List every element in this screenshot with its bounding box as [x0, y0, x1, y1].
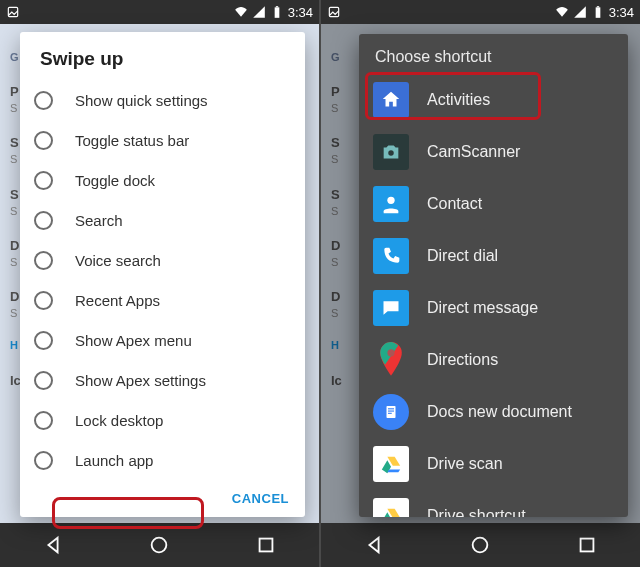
svg-rect-4	[259, 539, 272, 552]
status-bar: 3:34	[321, 0, 640, 24]
battery-icon	[270, 5, 284, 19]
battery-icon	[591, 5, 605, 19]
option-show-apex-menu[interactable]: Show Apex menu	[22, 320, 303, 360]
radio-icon	[34, 251, 53, 270]
phone-right: 3:34 G PS SS SS DS DS H Ic Choose shortc…	[321, 0, 640, 567]
swipe-up-dialog: Swipe up Show quick settings Toggle stat…	[20, 32, 305, 517]
camera-icon	[373, 134, 409, 170]
screenshot-icon	[327, 5, 341, 19]
docs-icon	[373, 394, 409, 430]
shortcut-direct-dial[interactable]: Direct dial	[365, 230, 622, 282]
recents-icon[interactable]	[576, 534, 598, 556]
radio-icon	[34, 371, 53, 390]
dialog-title: Swipe up	[20, 32, 305, 80]
nav-bar	[321, 523, 640, 567]
options-list: Show quick settings Toggle status bar To…	[20, 80, 305, 483]
radio-icon	[34, 131, 53, 150]
shortcut-label: Activities	[427, 91, 490, 109]
svg-rect-12	[388, 408, 394, 409]
wifi-icon	[555, 5, 569, 19]
shortcut-label: Directions	[427, 351, 498, 369]
message-icon	[373, 290, 409, 326]
signal-icon	[573, 5, 587, 19]
shortcut-label: Direct dial	[427, 247, 498, 265]
shortcut-drive-scan[interactable]: Drive scan	[365, 438, 622, 490]
option-label: Voice search	[75, 252, 161, 269]
radio-icon	[34, 91, 53, 110]
shortcut-list: Activities CamScanner Contact Direct dia…	[359, 74, 628, 517]
recents-icon[interactable]	[255, 534, 277, 556]
shortcut-contact[interactable]: Contact	[365, 178, 622, 230]
shortcut-label: Drive shortcut	[427, 507, 526, 517]
svg-point-10	[387, 349, 394, 356]
radio-icon	[34, 451, 53, 470]
back-icon[interactable]	[363, 534, 385, 556]
radio-icon	[34, 211, 53, 230]
option-label: Show quick settings	[75, 92, 208, 109]
shortcut-label: CamScanner	[427, 143, 520, 161]
shortcut-drive-shortcut[interactable]: Drive shortcut	[365, 490, 622, 517]
option-label: Show Apex settings	[75, 372, 206, 389]
svg-point-8	[388, 150, 394, 156]
option-label: Recent Apps	[75, 292, 160, 309]
home-icon[interactable]	[469, 534, 491, 556]
svg-point-9	[387, 197, 394, 204]
choose-shortcut-dialog: Choose shortcut Activities CamScanner Co…	[359, 34, 628, 517]
svg-point-15	[473, 538, 488, 553]
shortcut-direct-message[interactable]: Direct message	[365, 282, 622, 334]
wifi-icon	[234, 5, 248, 19]
radio-icon	[34, 331, 53, 350]
shortcut-label: Contact	[427, 195, 482, 213]
option-recent-apps[interactable]: Recent Apps	[22, 280, 303, 320]
radio-icon	[34, 291, 53, 310]
clock: 3:34	[288, 5, 313, 20]
shortcut-label: Drive scan	[427, 455, 503, 473]
option-toggle-dock[interactable]: Toggle dock	[22, 160, 303, 200]
shortcut-directions[interactable]: Directions	[365, 334, 622, 386]
option-label: Show Apex menu	[75, 332, 192, 349]
option-label: Lock desktop	[75, 412, 163, 429]
back-icon[interactable]	[42, 534, 64, 556]
screenshot-icon	[6, 5, 20, 19]
option-label: Search	[75, 212, 123, 229]
svg-rect-7	[597, 6, 599, 7]
contact-icon	[373, 186, 409, 222]
home-icon[interactable]	[148, 534, 170, 556]
signal-icon	[252, 5, 266, 19]
radio-icon	[34, 411, 53, 430]
svg-rect-11	[387, 406, 396, 418]
phone-icon	[373, 238, 409, 274]
svg-rect-2	[276, 6, 278, 7]
shortcut-docs-new[interactable]: Docs new document	[365, 386, 622, 438]
option-toggle-status-bar[interactable]: Toggle status bar	[22, 120, 303, 160]
drive-icon	[373, 498, 409, 517]
drive-icon	[373, 446, 409, 482]
option-show-apex-settings[interactable]: Show Apex settings	[22, 360, 303, 400]
option-launch-app[interactable]: Launch app	[22, 440, 303, 480]
shortcut-label: Direct message	[427, 299, 538, 317]
option-lock-desktop[interactable]: Lock desktop	[22, 400, 303, 440]
maps-pin-icon	[373, 342, 409, 378]
phone-left: 3:34 G PS SS SS DS DS H Ic Swipe up Show…	[0, 0, 319, 567]
cancel-button[interactable]: CANCEL	[232, 491, 289, 506]
shortcut-label: Docs new document	[427, 403, 572, 421]
option-label: Launch app	[75, 452, 153, 469]
shortcut-camscanner[interactable]: CamScanner	[365, 126, 622, 178]
svg-rect-1	[274, 7, 279, 17]
option-label: Toggle status bar	[75, 132, 189, 149]
shortcut-activities[interactable]: Activities	[365, 74, 622, 126]
status-bar: 3:34	[0, 0, 319, 24]
svg-point-3	[152, 538, 167, 553]
option-label: Toggle dock	[75, 172, 155, 189]
svg-rect-13	[388, 411, 394, 412]
dialog-title: Choose shortcut	[359, 34, 628, 74]
clock: 3:34	[609, 5, 634, 20]
option-show-quick-settings[interactable]: Show quick settings	[22, 80, 303, 120]
radio-icon	[34, 171, 53, 190]
option-voice-search[interactable]: Voice search	[22, 240, 303, 280]
svg-rect-16	[580, 539, 593, 552]
activities-icon	[373, 82, 409, 118]
option-search[interactable]: Search	[22, 200, 303, 240]
nav-bar	[0, 523, 319, 567]
svg-rect-14	[388, 413, 392, 414]
